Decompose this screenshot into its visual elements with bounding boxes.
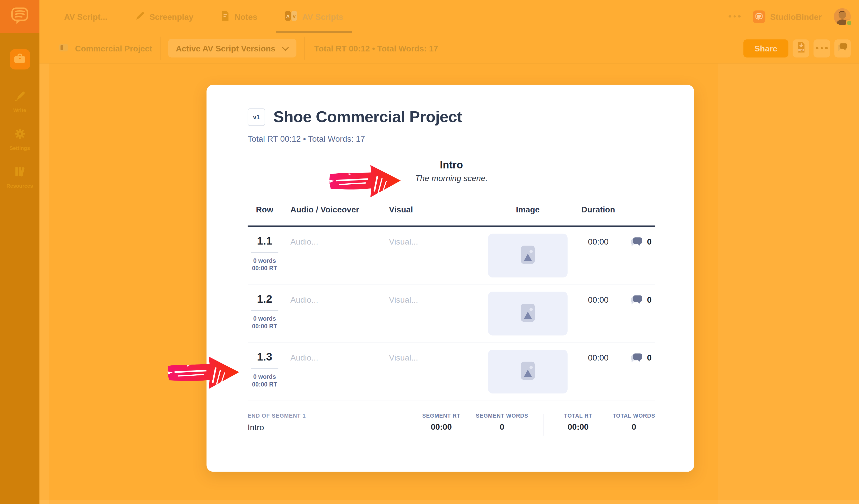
row-number[interactable]: 1.2 <box>247 293 282 305</box>
svg-text:PDF: PDF <box>798 48 804 52</box>
sidebar-item-write[interactable]: Write <box>6 90 33 113</box>
row-word-count: 0 words <box>247 373 282 381</box>
row-number[interactable]: 1.1 <box>247 235 282 247</box>
more-actions-button[interactable] <box>813 39 830 57</box>
project-breadcrumb[interactable]: Commercial Project <box>59 43 152 54</box>
sidebar-item-label: Resources <box>6 183 33 189</box>
comments-cell[interactable]: 0 <box>627 234 655 278</box>
comment-icon <box>630 352 643 366</box>
pdf-download-icon: PDF <box>796 42 805 55</box>
visual-cell[interactable]: Visual... <box>380 350 479 393</box>
row-runtime: 00:00 RT <box>247 381 282 388</box>
top-bar-right: StudioBinder <box>729 0 859 33</box>
row-word-count: 0 words <box>247 257 282 265</box>
document-title[interactable]: Shoe Commercial Project <box>273 108 462 126</box>
online-status-dot <box>846 19 853 26</box>
overlay-gutter-left <box>40 64 49 504</box>
audio-cell[interactable]: Audio... <box>282 292 380 335</box>
column-header-audio: Audio / Voiceover <box>282 205 380 214</box>
chevron-down-icon <box>282 44 289 53</box>
audio-cell[interactable]: Audio... <box>282 234 380 278</box>
photo-icon <box>521 303 535 324</box>
stat-segment-rt: SEGMENT RT 00:00 <box>422 413 461 431</box>
studiobinder-mini-logo-icon <box>753 10 765 22</box>
toolbar-actions: Share PDF <box>743 39 859 57</box>
row-number[interactable]: 1.3 <box>247 351 282 363</box>
column-header-image: Image <box>479 205 577 214</box>
row-runtime: 00:00 RT <box>247 323 282 330</box>
sidebar-item-settings[interactable]: Settings <box>6 128 33 151</box>
column-header-row: Row <box>247 205 282 214</box>
duration-cell[interactable]: 00:00 <box>577 292 627 335</box>
segment-description[interactable]: The morning scene. <box>247 174 655 183</box>
end-of-segment-label: END OF SEGMENT 1 <box>247 413 306 419</box>
row-info-cell: 1.2 0 words 00:00 RT <box>247 292 282 335</box>
briefcase-icon <box>14 53 26 66</box>
app-window: AV Script... Screenplay <box>0 0 859 504</box>
image-cell <box>479 292 577 335</box>
toolbar-divider <box>304 37 304 60</box>
gear-icon <box>14 128 26 142</box>
three-dots-icon <box>816 47 828 49</box>
more-menu-icon[interactable] <box>729 15 741 18</box>
comments-cell[interactable]: 0 <box>627 350 655 393</box>
comments-panel-button[interactable] <box>834 39 851 57</box>
column-header-visual: Visual <box>380 205 479 214</box>
row-info-cell: 1.3 0 words 00:00 RT <box>247 350 282 393</box>
runtime-summary: Total RT 00:12 • Total Words: 17 <box>314 44 438 53</box>
script-toolbar: Commercial Project Active AV Script Vers… <box>40 33 859 64</box>
document-header: v1 Shoe Commercial Project <box>247 108 655 126</box>
export-pdf-button[interactable]: PDF <box>793 39 809 57</box>
comment-count: 0 <box>647 237 651 246</box>
version-badge: v1 <box>247 108 265 125</box>
av-scripts-icon: A V <box>285 10 297 22</box>
document-icon <box>221 10 230 22</box>
tab-av-script-1[interactable]: AV Script... <box>63 0 108 33</box>
versions-label: Active AV Script Versions <box>176 44 275 53</box>
svg-text:A: A <box>286 13 290 19</box>
segment-title[interactable]: Intro <box>247 159 655 171</box>
audio-cell[interactable]: Audio... <box>282 350 380 393</box>
books-icon <box>14 166 26 179</box>
image-placeholder[interactable] <box>488 234 568 278</box>
tab-screenplay[interactable]: Screenplay <box>134 0 194 33</box>
photo-icon <box>521 245 535 266</box>
row-word-count: 0 words <box>247 315 282 323</box>
av-script-document: v1 Shoe Commercial Project Total RT 00:1… <box>207 85 694 472</box>
left-sidebar: Write Settings <box>0 33 40 504</box>
project-name: Commercial Project <box>75 44 152 53</box>
svg-text:V: V <box>292 13 296 19</box>
tab-av-scripts[interactable]: A V AV Scripts <box>284 0 344 33</box>
table-body: 1.1 0 words 00:00 RT Audio... Visual... … <box>247 227 655 401</box>
project-home-button[interactable] <box>10 49 30 70</box>
duration-cell[interactable]: 00:00 <box>577 234 627 278</box>
sidebar-item-resources[interactable]: Resources <box>6 166 33 189</box>
toolbar-divider <box>160 37 160 60</box>
image-cell <box>479 350 577 393</box>
studiobinder-logo-button[interactable] <box>0 0 40 33</box>
sidebar-item-label: Write <box>13 107 26 113</box>
pencil-icon <box>135 11 145 22</box>
comments-icon <box>837 42 848 54</box>
duration-cell[interactable]: 00:00 <box>577 350 627 393</box>
document-summary: Total RT 00:12 • Total Words: 17 <box>247 134 655 143</box>
row-number-underline <box>251 252 278 253</box>
visual-cell[interactable]: Visual... <box>380 234 479 278</box>
row-number-underline <box>251 310 278 311</box>
row-info-cell: 1.1 0 words 00:00 RT <box>247 234 282 278</box>
script-versions-dropdown[interactable]: Active AV Script Versions <box>168 39 296 57</box>
table-row: 1.2 0 words 00:00 RT Audio... Visual... … <box>247 285 655 343</box>
comment-icon <box>630 236 643 249</box>
column-header-duration: Duration <box>577 205 627 214</box>
brand-button[interactable]: StudioBinder <box>753 10 822 22</box>
image-placeholder[interactable] <box>488 350 568 393</box>
share-button[interactable]: Share <box>743 39 788 57</box>
image-placeholder[interactable] <box>488 292 568 335</box>
stat-segment-words: SEGMENT WORDS 0 <box>476 413 528 431</box>
user-avatar[interactable] <box>834 8 851 25</box>
table-row: 1.3 0 words 00:00 RT Audio... Visual... … <box>247 343 655 401</box>
comments-cell[interactable]: 0 <box>627 292 655 335</box>
photo-icon <box>521 361 535 382</box>
tab-notes[interactable]: Notes <box>220 0 258 33</box>
visual-cell[interactable]: Visual... <box>380 292 479 335</box>
